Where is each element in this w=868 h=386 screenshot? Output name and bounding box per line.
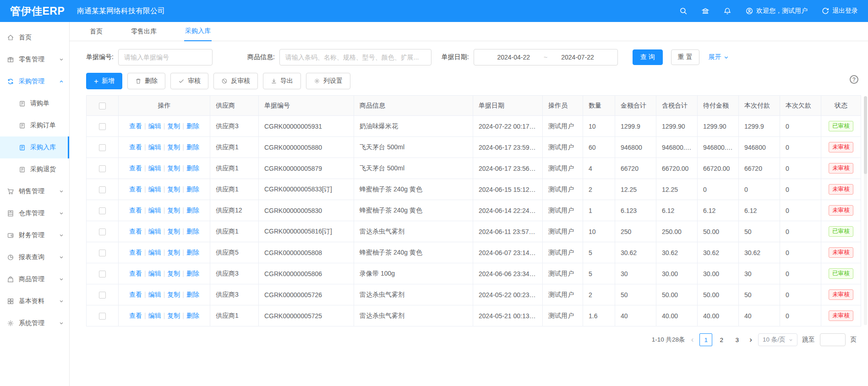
page-size-select[interactable]: 10 条/页 xyxy=(758,333,797,346)
tab-home[interactable]: 首页 xyxy=(89,27,104,41)
reset-button[interactable]: 重置 xyxy=(671,49,699,65)
action-delete-link[interactable]: 删除 xyxy=(186,228,199,235)
unaudit-button[interactable]: 反审核 xyxy=(213,73,258,89)
action-edit-link[interactable]: 编辑 xyxy=(148,207,161,214)
tab-purchase-inbound[interactable]: 采购入库 xyxy=(184,27,212,41)
action-copy-link[interactable]: 复制 xyxy=(167,122,180,130)
column-settings-button[interactable]: 列设置 xyxy=(306,73,350,89)
jump-page-input[interactable] xyxy=(820,333,846,346)
tab-retail-outbound[interactable]: 零售出库 xyxy=(130,27,158,41)
cell-qty: 4 xyxy=(583,158,615,179)
action-view-link[interactable]: 查看 xyxy=(129,249,142,256)
page-number-3[interactable]: 3 xyxy=(731,333,743,346)
row-checkbox[interactable] xyxy=(99,186,106,193)
date-to[interactable]: 2024-07-22 xyxy=(561,54,594,61)
action-edit-link[interactable]: 编辑 xyxy=(148,143,161,151)
row-checkbox[interactable] xyxy=(99,292,106,299)
action-delete-link[interactable]: 删除 xyxy=(186,122,199,130)
action-view-link[interactable]: 查看 xyxy=(129,270,142,277)
sidebar-item-sales-management[interactable]: 销售管理 xyxy=(0,180,69,202)
sidebar-item-home[interactable]: 首页 xyxy=(0,27,69,49)
sidebar-item-warehouse-management[interactable]: 仓库管理 xyxy=(0,202,69,224)
action-delete-link[interactable]: 删除 xyxy=(186,164,199,172)
expand-toggle[interactable]: 展开 xyxy=(709,53,729,61)
action-copy-link[interactable]: 复制 xyxy=(167,207,180,214)
row-checkbox[interactable] xyxy=(99,123,106,130)
action-edit-link[interactable]: 编辑 xyxy=(148,312,161,319)
row-checkbox[interactable] xyxy=(99,271,106,277)
delete-button[interactable]: 删除 xyxy=(127,73,165,89)
table-container: 操作 供应商 单据编号 商品信息 单据日期 操作员 数量 金额合计 含税合计 待… xyxy=(86,95,861,326)
sidebar-item-goods-management[interactable]: 商品管理 xyxy=(0,268,69,290)
action-delete-link[interactable]: 删除 xyxy=(186,270,199,277)
row-checkbox[interactable] xyxy=(99,228,106,235)
sidebar-item-report-query[interactable]: 报表查询 xyxy=(0,246,69,268)
action-view-link[interactable]: 查看 xyxy=(129,185,142,193)
action-edit-link[interactable]: 编辑 xyxy=(148,122,161,130)
action-view-link[interactable]: 查看 xyxy=(129,122,142,130)
sidebar-item-purchase-order[interactable]: 采购订单 xyxy=(0,114,69,136)
row-checkbox[interactable] xyxy=(99,144,106,151)
action-copy-link[interactable]: 复制 xyxy=(167,249,180,256)
doc-no-input[interactable] xyxy=(118,49,213,65)
sidebar-item-system-management[interactable]: 系统管理 xyxy=(0,312,69,334)
sidebar-item-purchase-inbound[interactable]: 采购入库 xyxy=(0,136,69,158)
action-edit-link[interactable]: 编辑 xyxy=(148,228,161,235)
action-view-link[interactable]: 查看 xyxy=(129,312,142,319)
sidebar-item-finance-management[interactable]: 财务管理 xyxy=(0,224,69,246)
action-delete-link[interactable]: 删除 xyxy=(186,291,199,298)
logout-button[interactable]: 退出登录 xyxy=(821,7,858,15)
sidebar-item-purchase-request[interactable]: 请购单 xyxy=(0,92,69,114)
action-copy-link[interactable]: 复制 xyxy=(167,291,180,298)
action-copy-link[interactable]: 复制 xyxy=(167,270,180,277)
action-delete-link[interactable]: 删除 xyxy=(186,312,199,319)
search-button[interactable]: 查询 xyxy=(633,49,663,65)
date-range-picker[interactable]: 2024-04-22 ~ 2024-07-22 xyxy=(474,49,618,65)
action-view-link[interactable]: 查看 xyxy=(129,228,142,235)
welcome-user[interactable]: 欢迎您，测试用户 xyxy=(745,7,808,15)
action-edit-link[interactable]: 编辑 xyxy=(148,270,161,277)
action-edit-link[interactable]: 编辑 xyxy=(148,164,161,172)
action-copy-link[interactable]: 复制 xyxy=(167,228,180,235)
scrollbar-thumb[interactable] xyxy=(864,96,867,174)
row-checkbox[interactable] xyxy=(99,165,106,172)
vertical-scrollbar[interactable] xyxy=(864,96,867,325)
action-delete-link[interactable]: 删除 xyxy=(186,143,199,151)
action-delete-link[interactable]: 删除 xyxy=(186,207,199,214)
row-checkbox[interactable] xyxy=(99,207,106,214)
sidebar-item-purchase-management[interactable]: 采购管理 xyxy=(0,71,69,92)
action-copy-link[interactable]: 复制 xyxy=(167,143,180,151)
action-copy-link[interactable]: 复制 xyxy=(167,312,180,319)
page-number-2[interactable]: 2 xyxy=(715,333,728,346)
add-button[interactable]: + 新增 xyxy=(86,73,122,89)
action-delete-link[interactable]: 删除 xyxy=(186,185,199,193)
export-button[interactable]: 导出 xyxy=(263,73,301,89)
search-icon[interactable] xyxy=(679,7,688,15)
bell-icon[interactable] xyxy=(723,7,732,15)
action-edit-link[interactable]: 编辑 xyxy=(148,185,161,193)
action-copy-link[interactable]: 复制 xyxy=(167,164,180,172)
help-icon[interactable]: ? xyxy=(850,75,858,84)
action-copy-link[interactable]: 复制 xyxy=(167,185,180,193)
next-page-button[interactable]: › xyxy=(748,335,753,344)
action-delete-link[interactable]: 删除 xyxy=(186,249,199,256)
row-checkbox[interactable] xyxy=(99,250,106,256)
action-view-link[interactable]: 查看 xyxy=(129,164,142,172)
col-operator: 操作员 xyxy=(543,96,583,116)
audit-button[interactable]: 审核 xyxy=(170,73,208,89)
prev-page-button[interactable]: ‹ xyxy=(690,335,695,344)
action-edit-link[interactable]: 编辑 xyxy=(148,249,161,256)
sidebar-item-purchase-return[interactable]: 采购退货 xyxy=(0,158,69,180)
sidebar-item-retail-management[interactable]: 零售管理 xyxy=(0,49,69,71)
action-view-link[interactable]: 查看 xyxy=(129,291,142,298)
row-checkbox[interactable] xyxy=(99,313,106,320)
action-edit-link[interactable]: 编辑 xyxy=(148,291,161,298)
action-view-link[interactable]: 查看 xyxy=(129,207,142,214)
org-icon[interactable] xyxy=(701,7,710,15)
product-info-input[interactable] xyxy=(279,49,431,65)
select-all-checkbox[interactable] xyxy=(99,103,106,109)
date-from[interactable]: 2024-04-22 xyxy=(497,54,530,61)
action-view-link[interactable]: 查看 xyxy=(129,143,142,151)
sidebar-item-base-data[interactable]: 基本资料 xyxy=(0,290,69,312)
page-number-1[interactable]: 1 xyxy=(699,333,712,346)
